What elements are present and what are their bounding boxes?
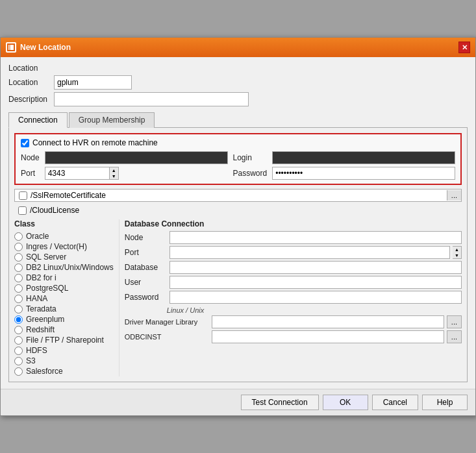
- radio-file-ftp-label: File / FTP / Sharepoint: [26, 336, 104, 345]
- new-location-window: New Location ✕ Location Location Descrip…: [0, 37, 476, 416]
- close-button[interactable]: ✕: [458, 42, 470, 53]
- db-port-input[interactable]: [169, 246, 450, 259]
- window-icon: [6, 42, 16, 53]
- tab-group-membership[interactable]: Group Membership: [69, 112, 155, 128]
- test-connection-button[interactable]: Test Connection: [241, 395, 319, 410]
- db-node-input[interactable]: [169, 231, 462, 244]
- cloud-license-checkbox[interactable]: [18, 206, 27, 215]
- radio-db2i: DB2 for i: [14, 273, 114, 283]
- db-driver-input[interactable]: [212, 315, 444, 328]
- cancel-button[interactable]: Cancel: [372, 395, 418, 410]
- db-driver-browse-button[interactable]: ...: [447, 315, 462, 328]
- db-odbcinst-row: ODBCINST ...: [125, 330, 462, 343]
- db-port-row: Port ▲ ▼: [125, 246, 462, 259]
- node-label: Node: [21, 153, 40, 162]
- radio-s3: S3: [14, 356, 114, 366]
- radio-hana-input[interactable]: [14, 295, 23, 303]
- db-password-input[interactable]: [169, 291, 462, 304]
- remote-checkbox-row: Connect to HVR on remote machine: [21, 138, 455, 147]
- description-input[interactable]: [54, 92, 249, 106]
- ssl-checkbox[interactable]: [19, 191, 27, 200]
- ssl-row: /SslRemoteCertificate ...: [14, 189, 462, 202]
- location-sub-label: Location: [8, 78, 54, 87]
- spinner-down-icon[interactable]: ▼: [110, 173, 118, 179]
- help-button[interactable]: Help: [422, 395, 468, 410]
- ok-button[interactable]: OK: [323, 395, 368, 410]
- description-field-row: Description: [8, 92, 468, 106]
- port-input[interactable]: [45, 167, 110, 180]
- db-user-input[interactable]: [169, 276, 462, 289]
- radio-oracle: Oracle: [14, 231, 114, 241]
- class-title: Class: [14, 219, 114, 228]
- radio-sqlserver-input[interactable]: [14, 253, 23, 262]
- radio-greenplum: Greenplum: [14, 314, 114, 324]
- radio-db2linux-input[interactable]: [14, 263, 23, 272]
- radio-hdfs-input[interactable]: [14, 347, 23, 355]
- db-odbcinst-browse-button[interactable]: ...: [447, 330, 462, 343]
- radio-s3-input[interactable]: [14, 357, 23, 365]
- radio-file-ftp-input[interactable]: [14, 336, 23, 345]
- radio-postgresql: PostgreSQL: [14, 283, 114, 293]
- tab-connection[interactable]: Connection: [8, 112, 68, 128]
- radio-ingres-input[interactable]: [14, 243, 23, 251]
- password-input[interactable]: [272, 167, 455, 180]
- remote-checkbox[interactable]: [21, 139, 29, 147]
- radio-redshift-input[interactable]: [14, 326, 23, 334]
- db-odbcinst-input[interactable]: [212, 330, 444, 343]
- db-node-label: Node: [125, 233, 167, 242]
- db-database-label: Database: [125, 263, 167, 272]
- radio-db2i-input[interactable]: [14, 274, 23, 282]
- title-bar-left: New Location: [6, 42, 71, 53]
- location-field-row: Location: [8, 75, 468, 90]
- db-panel: Database Connection Node Port ▲ ▼: [119, 219, 462, 376]
- node-input[interactable]: [45, 151, 228, 164]
- window-body: Location Location Description Connection…: [1, 57, 475, 389]
- ssl-label: /SslRemoteCertificate: [31, 191, 106, 200]
- radio-ingres: Ingres / Vector(H): [14, 241, 114, 252]
- db-node-row: Node: [125, 231, 462, 244]
- radio-redshift: Redshift: [14, 324, 114, 335]
- radio-hana: HANA: [14, 293, 114, 304]
- port-spinner[interactable]: ▲ ▼: [110, 167, 119, 180]
- db-spinner-up-icon[interactable]: ▲: [453, 247, 461, 252]
- db-password-row: Password: [125, 291, 462, 304]
- radio-greenplum-input[interactable]: [14, 315, 23, 324]
- main-area: Class Oracle Ingres / Vector(H) SQL Serv…: [14, 219, 462, 376]
- radio-postgresql-input[interactable]: [14, 284, 23, 293]
- spinner-up-icon[interactable]: ▲: [110, 167, 118, 173]
- class-panel: Class Oracle Ingres / Vector(H) SQL Serv…: [14, 219, 119, 376]
- radio-greenplum-label: Greenplum: [26, 315, 64, 324]
- linux-unix-separator: Linux / Unix: [167, 306, 462, 314]
- db-driver-row: Driver Manager Library ...: [125, 315, 462, 328]
- password-label: Password: [233, 169, 268, 178]
- db-driver-label: Driver Manager Library: [125, 318, 209, 326]
- radio-ingres-label: Ingres / Vector(H): [26, 242, 87, 251]
- db-password-label: Password: [125, 293, 167, 302]
- db-database-input[interactable]: [169, 261, 462, 274]
- radio-hdfs-label: HDFS: [26, 346, 47, 355]
- ssl-browse-button[interactable]: ...: [447, 190, 461, 201]
- radio-salesforce-label: Salesforce: [26, 367, 63, 376]
- radio-db2linux: DB2 Linux/Unix/Windows: [14, 262, 114, 273]
- radio-salesforce-input[interactable]: [14, 367, 23, 376]
- radio-oracle-input[interactable]: [14, 232, 23, 241]
- location-label: Location: [8, 64, 54, 73]
- location-row: Location: [8, 64, 468, 73]
- login-input[interactable]: [272, 151, 455, 164]
- db-port-label: Port: [125, 248, 167, 257]
- ssl-row-inner: /SslRemoteCertificate: [15, 190, 447, 201]
- location-input[interactable]: [54, 75, 132, 90]
- remote-connection-section: Connect to HVR on remote machine Node Lo…: [14, 133, 462, 185]
- db-user-label: User: [125, 278, 167, 287]
- cloud-license-row: /CloudLicense: [14, 204, 462, 217]
- db-port-spinner[interactable]: ▲ ▼: [453, 246, 462, 259]
- db-spinner-down-icon[interactable]: ▼: [453, 252, 461, 258]
- port-container: ▲ ▼: [45, 167, 228, 180]
- remote-fields-grid: Node Login Port ▲ ▼ Password: [21, 151, 455, 180]
- tabs-bar: Connection Group Membership: [8, 112, 468, 128]
- radio-teradata-label: Teradata: [26, 304, 56, 313]
- radio-sqlserver: SQL Server: [14, 252, 114, 262]
- svg-rect-0: [8, 44, 14, 51]
- window-title: New Location: [20, 43, 71, 52]
- radio-teradata-input[interactable]: [14, 305, 23, 313]
